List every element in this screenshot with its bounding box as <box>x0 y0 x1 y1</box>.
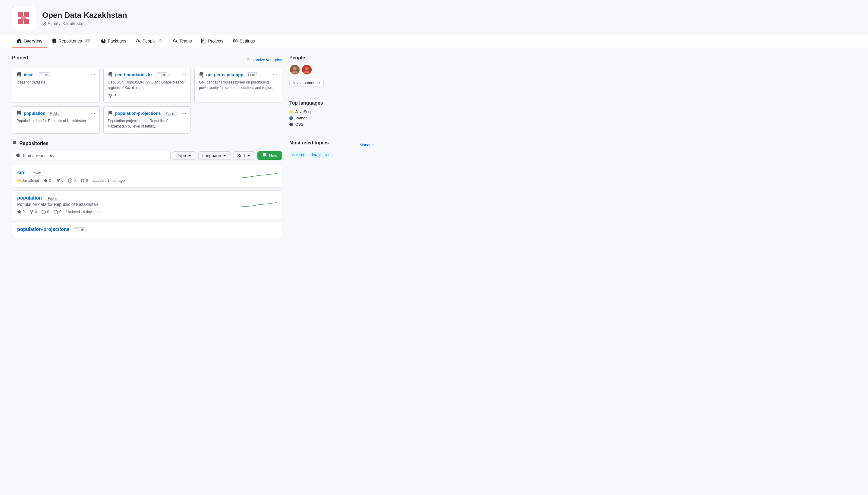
tab-people[interactable]: People 2 <box>131 35 168 48</box>
location-icon <box>42 21 47 25</box>
chevron-down-icon <box>187 153 192 158</box>
topic-tag-kazakhstan[interactable]: kazakhstan <box>309 152 333 158</box>
top-languages-title: Top languages <box>289 100 374 106</box>
repo-item-visibility-population: Public <box>46 196 59 201</box>
tab-packages[interactable]: Packages <box>96 35 131 48</box>
repo-icon-small-5 <box>108 111 113 116</box>
pin-card-menu-gni[interactable]: ⋯ <box>273 72 278 77</box>
tab-projects[interactable]: Projects <box>196 35 228 48</box>
sparkline-site <box>241 172 277 181</box>
avatar-2[interactable] <box>301 64 312 75</box>
repo-updated-pop: Updated 14 days ago <box>66 210 101 214</box>
tab-overview[interactable]: Overview <box>12 35 47 48</box>
repo-item-header: site Private <box>17 170 277 175</box>
people-section: People <box>289 55 374 87</box>
repo-item-name-population[interactable]: population <box>17 195 42 201</box>
svg-rect-3 <box>18 19 23 24</box>
pin-card-header: geo-boundaries-kz Public ⋯ <box>108 72 187 77</box>
type-dropdown[interactable]: Type <box>173 151 196 160</box>
fork-icon-site <box>56 178 60 183</box>
lang-item-py: Python <box>289 116 374 120</box>
prs-icon-pop <box>54 210 58 214</box>
tab-repositories[interactable]: Repositories 11 <box>47 35 96 48</box>
pin-card-name-ideas[interactable]: ideas <box>24 72 35 77</box>
pin-card-name-geo[interactable]: geo-boundaries-kz <box>115 72 153 77</box>
repo-item-name-area-proj: population-projections Public <box>17 227 87 232</box>
lang-name-js: JavaScript <box>295 109 314 114</box>
org-location-text: Almaty, Kazakhstan <box>48 21 85 26</box>
repo-item-name-proj[interactable]: population-projections <box>17 227 69 232</box>
new-repo-button[interactable]: New <box>257 151 282 160</box>
pin-card-desc-population: Population data for Republic of Kazakhst… <box>17 118 95 124</box>
avatar-1[interactable] <box>289 64 300 75</box>
repo-icon-small-3 <box>199 72 204 77</box>
topic-tags: dataset kazakhstan <box>289 152 374 158</box>
pin-card-menu-ideas[interactable]: ⋯ <box>90 72 95 77</box>
topics-title: Most used topics <box>289 140 329 146</box>
language-dropdown[interactable]: Language <box>198 151 231 160</box>
repo-toolbar: Type Language Sort New <box>12 151 282 160</box>
pin-card-menu-population[interactable]: ⋯ <box>90 111 95 116</box>
repo-prs-text-pop: 0 <box>59 210 62 214</box>
pin-card-header: ideas Public ⋯ <box>17 72 95 77</box>
sort-dropdown[interactable]: Sort <box>233 151 255 160</box>
repo-forks-text-pop: 0 <box>35 210 37 214</box>
prs-icon-site <box>81 178 85 183</box>
repo-stars-site: 0 <box>44 178 51 183</box>
topics-section: Most used topics Manage dataset kazakhst… <box>289 140 374 158</box>
pinned-grid: ideas Public ⋯ Ideas for datasets geo-bo… <box>12 68 282 134</box>
divider-2 <box>289 134 374 134</box>
customize-pins-link[interactable]: Customize your pins <box>246 57 282 62</box>
home-icon <box>17 39 22 44</box>
pin-card-desc-ideas: Ideas for datasets <box>17 80 95 85</box>
pin-card-header: gni-per-capita-ppp Public ⋯ <box>199 72 278 77</box>
pin-card-name-gni[interactable]: gni-per-capita-ppp <box>206 72 243 77</box>
repo-prs-site: 0 <box>81 178 88 183</box>
type-label: Type <box>177 153 186 158</box>
repo-item-site: site Private JavaScript 0 <box>12 165 282 188</box>
repo-forks-population: 0 <box>30 210 37 214</box>
repo-issues-population: 0 <box>41 210 49 214</box>
topic-tag-dataset[interactable]: dataset <box>289 152 307 158</box>
lang-name-css: CSS <box>295 122 303 126</box>
repo-stars-text-site: 0 <box>49 178 51 183</box>
tab-settings[interactable]: Settings <box>228 35 260 48</box>
pin-card-name-population-proj[interactable]: population-projections <box>115 111 161 116</box>
settings-icon <box>233 39 238 44</box>
pin-card-header: population-projections Public ⋯ <box>108 111 187 116</box>
pin-card-name-population[interactable]: population <box>24 111 46 116</box>
repo-item-header-proj: population-projections Public <box>17 227 277 232</box>
invite-button[interactable]: Invite someone <box>289 79 324 87</box>
repo-item-desc-population: Population data for Republic of Kazakhst… <box>17 202 277 207</box>
tab-people-badge: 2 <box>158 39 163 43</box>
pin-card-title: population Public <box>17 111 62 116</box>
top-languages-section: Top languages JavaScript Python CSS <box>289 100 374 126</box>
tab-overview-label: Overview <box>23 39 42 44</box>
repo-icon-small <box>17 72 21 77</box>
tab-settings-label: Settings <box>240 39 255 44</box>
people-icon <box>136 39 141 44</box>
repo-stars-text-pop: 0 <box>23 210 25 214</box>
teams-icon <box>173 39 177 44</box>
repo-item-name-site[interactable]: site <box>17 170 25 175</box>
pin-card-menu-geo[interactable]: ⋯ <box>181 72 186 77</box>
pin-card-menu-population-proj[interactable]: ⋯ <box>181 111 186 116</box>
manage-topics-link[interactable]: Manage <box>360 142 374 147</box>
pin-card-visibility-gni: Public <box>246 72 260 77</box>
lang-dot-js <box>289 110 293 114</box>
fork-icon <box>108 93 113 98</box>
pin-card-title: geo-boundaries-kz Public <box>108 72 169 77</box>
tab-teams[interactable]: Teams <box>168 35 196 48</box>
tab-repositories-label: Repositories <box>58 39 82 44</box>
lang-item-js: JavaScript <box>289 109 374 114</box>
nav-tabs: Overview Repositories 11 Packages People… <box>0 35 868 48</box>
issues-icon-site <box>68 178 72 183</box>
tab-packages-label: Packages <box>108 39 126 44</box>
sort-label: Sort <box>237 153 245 158</box>
pin-card-header: population Public ⋯ <box>17 111 95 116</box>
org-name: Open Data Kazakhstan <box>42 11 127 20</box>
book-icon <box>262 153 267 158</box>
fork-icon-pop <box>30 210 34 214</box>
pin-card-visibility-geo: Public <box>155 72 169 77</box>
search-input[interactable] <box>23 153 167 158</box>
